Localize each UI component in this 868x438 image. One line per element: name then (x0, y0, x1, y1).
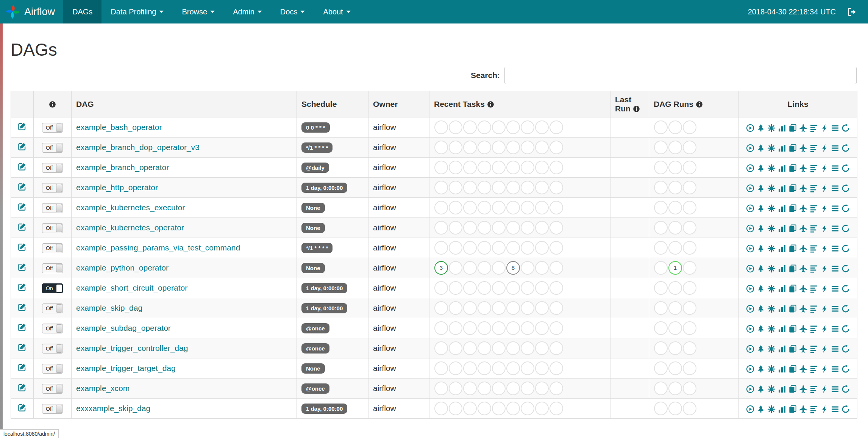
dag-link[interactable]: example_skip_dag (76, 303, 142, 312)
trigger-dag-icon[interactable] (746, 224, 754, 233)
task-tries-icon[interactable] (788, 224, 797, 233)
edit-dag-icon[interactable] (18, 283, 27, 291)
dag-pause-toggle[interactable]: Off (42, 263, 63, 273)
logs-icon[interactable] (831, 325, 839, 333)
gantt-view-icon[interactable] (810, 345, 818, 353)
dag-link[interactable]: example_python_operator (76, 263, 169, 272)
graph-view-icon[interactable] (767, 405, 776, 413)
trigger-dag-icon[interactable] (746, 305, 754, 313)
trigger-dag-icon[interactable] (746, 244, 754, 253)
task-duration-icon[interactable] (778, 405, 786, 413)
refresh-icon[interactable] (841, 305, 850, 313)
task-duration-icon[interactable] (778, 345, 786, 353)
landing-times-icon[interactable] (799, 385, 807, 393)
logs-icon[interactable] (831, 345, 839, 353)
trigger-dag-icon[interactable] (746, 204, 754, 213)
task-duration-icon[interactable] (778, 325, 786, 333)
gantt-view-icon[interactable] (810, 144, 818, 152)
tree-view-icon[interactable] (757, 305, 765, 313)
edit-dag-icon[interactable] (18, 303, 27, 311)
task-tries-icon[interactable] (788, 144, 797, 152)
logs-icon[interactable] (831, 405, 839, 413)
trigger-dag-icon[interactable] (746, 184, 754, 192)
graph-view-icon[interactable] (767, 204, 776, 213)
nav-item-docs[interactable]: Docs (271, 0, 314, 23)
landing-times-icon[interactable] (799, 285, 807, 293)
dag-run-circle[interactable]: 1 (668, 261, 682, 275)
task-tries-icon[interactable] (788, 244, 797, 253)
edit-dag-icon[interactable] (18, 383, 27, 392)
logs-icon[interactable] (831, 164, 839, 172)
code-view-icon[interactable] (820, 124, 829, 132)
gantt-view-icon[interactable] (810, 325, 818, 333)
refresh-icon[interactable] (841, 124, 850, 132)
trigger-dag-icon[interactable] (746, 365, 754, 373)
dag-pause-toggle[interactable]: Off (42, 243, 63, 253)
landing-times-icon[interactable] (799, 305, 807, 313)
task-tries-icon[interactable] (788, 164, 797, 172)
code-view-icon[interactable] (820, 345, 829, 353)
gantt-view-icon[interactable] (810, 224, 818, 233)
logs-icon[interactable] (831, 365, 839, 373)
trigger-dag-icon[interactable] (746, 385, 754, 393)
tree-view-icon[interactable] (757, 325, 765, 333)
tree-view-icon[interactable] (757, 144, 765, 152)
trigger-dag-icon[interactable] (746, 405, 754, 413)
refresh-icon[interactable] (841, 365, 850, 373)
edit-dag-icon[interactable] (18, 182, 27, 191)
code-view-icon[interactable] (820, 405, 829, 413)
code-view-icon[interactable] (820, 184, 829, 192)
dag-link[interactable]: exxxample_skip_dag (76, 404, 150, 413)
landing-times-icon[interactable] (799, 264, 807, 273)
task-tries-icon[interactable] (788, 124, 797, 132)
gantt-view-icon[interactable] (810, 365, 818, 373)
task-duration-icon[interactable] (778, 244, 786, 253)
task-duration-icon[interactable] (778, 164, 786, 172)
task-tries-icon[interactable] (788, 345, 797, 353)
trigger-dag-icon[interactable] (746, 124, 754, 132)
gantt-view-icon[interactable] (810, 264, 818, 273)
refresh-icon[interactable] (841, 224, 850, 233)
refresh-icon[interactable] (841, 244, 850, 253)
trigger-dag-icon[interactable] (746, 345, 754, 353)
code-view-icon[interactable] (820, 224, 829, 233)
graph-view-icon[interactable] (767, 224, 776, 233)
edit-dag-icon[interactable] (18, 222, 27, 231)
task-duration-icon[interactable] (778, 204, 786, 213)
tree-view-icon[interactable] (757, 204, 765, 213)
nav-item-browse[interactable]: Browse (173, 0, 224, 23)
code-view-icon[interactable] (820, 244, 829, 253)
refresh-icon[interactable] (841, 164, 850, 172)
graph-view-icon[interactable] (767, 144, 776, 152)
refresh-icon[interactable] (841, 385, 850, 393)
landing-times-icon[interactable] (799, 164, 807, 172)
dag-pause-toggle[interactable]: Off (42, 203, 63, 213)
refresh-icon[interactable] (841, 285, 850, 293)
search-input[interactable] (504, 67, 857, 84)
nav-item-dags[interactable]: DAGs (63, 0, 101, 23)
graph-view-icon[interactable] (767, 285, 776, 293)
trigger-dag-icon[interactable] (746, 144, 754, 152)
trigger-dag-icon[interactable] (746, 264, 754, 273)
trigger-dag-icon[interactable] (746, 325, 754, 333)
tree-view-icon[interactable] (757, 385, 765, 393)
nav-item-about[interactable]: About (314, 0, 359, 23)
graph-view-icon[interactable] (767, 365, 776, 373)
landing-times-icon[interactable] (799, 405, 807, 413)
graph-view-icon[interactable] (767, 164, 776, 172)
landing-times-icon[interactable] (799, 345, 807, 353)
dag-pause-toggle[interactable]: Off (42, 303, 63, 313)
gantt-view-icon[interactable] (810, 124, 818, 132)
dag-link[interactable]: example_short_circuit_operator (76, 283, 187, 292)
code-view-icon[interactable] (820, 365, 829, 373)
task-duration-icon[interactable] (778, 184, 786, 192)
dag-link[interactable]: example_bash_operator (76, 123, 162, 131)
tree-view-icon[interactable] (757, 345, 765, 353)
edit-dag-icon[interactable] (18, 242, 27, 251)
code-view-icon[interactable] (820, 144, 829, 152)
task-tries-icon[interactable] (788, 285, 797, 293)
edit-dag-icon[interactable] (18, 202, 27, 211)
tree-view-icon[interactable] (757, 285, 765, 293)
gantt-view-icon[interactable] (810, 405, 818, 413)
graph-view-icon[interactable] (767, 345, 776, 353)
